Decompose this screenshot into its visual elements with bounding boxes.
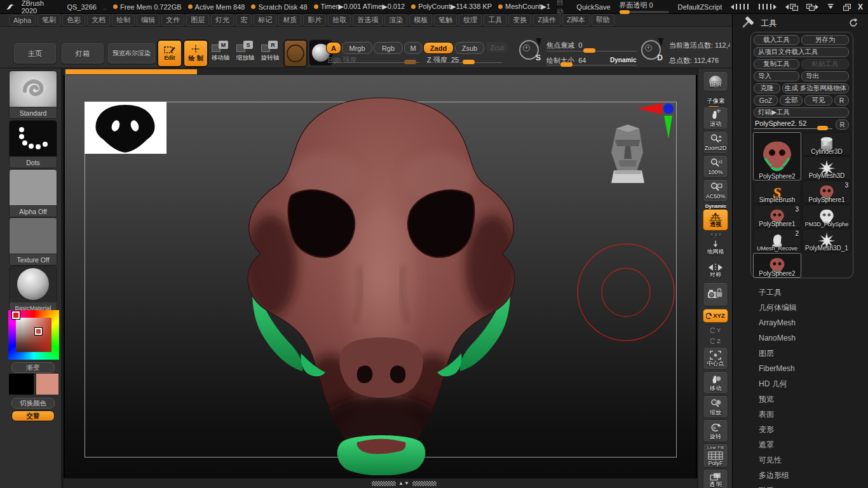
lock-camera-button[interactable] — [703, 282, 728, 306]
menu-color[interactable]: 色彩 — [62, 14, 85, 26]
section-layers[interactable]: 图层 — [759, 346, 867, 361]
menu-edit[interactable]: 编辑 — [137, 14, 159, 26]
menu-light[interactable]: 灯光 — [211, 14, 234, 26]
zoom2d-button[interactable]: Zoom2D — [703, 131, 728, 154]
menu-document[interactable]: 文档 — [87, 14, 110, 26]
section-nanomesh[interactable]: NanoMesh — [759, 330, 867, 346]
move-axis-button[interactable]: M 移动轴 — [212, 41, 228, 62]
actual-size-button[interactable]: x1 100% — [703, 155, 728, 178]
goz-r-button[interactable]: R — [834, 95, 849, 105]
prev-layout-icon[interactable] — [785, 4, 797, 10]
tool-thumb-polysphere2b[interactable]: PolySphere2 — [753, 253, 801, 278]
bpr-render-button[interactable]: BPR — [703, 71, 728, 92]
section-fibermesh[interactable]: FiberMesh — [759, 361, 867, 376]
tool-thumb-pm3d-polysphere[interactable]: PM3D_PolySphe — [803, 205, 851, 228]
section-visibility[interactable]: 可见性 — [759, 452, 867, 468]
goz-button[interactable]: GoZ — [754, 95, 778, 105]
rotate-y-button[interactable]: Y — [703, 325, 728, 335]
rgb-intensity-slider[interactable] — [404, 60, 416, 64]
current-brush-button[interactable] — [283, 39, 308, 67]
main-color-swatch[interactable] — [9, 374, 34, 395]
default-zscript-button[interactable]: DefaultZScript — [678, 3, 722, 11]
scale-canvas-button[interactable]: 缩放 — [703, 395, 728, 418]
camera-head-icon[interactable] — [610, 116, 646, 184]
active-tool-slider[interactable]: PolySphere2. 52 — [754, 119, 834, 130]
menu-transform[interactable]: 变换 — [508, 14, 531, 26]
home-button[interactable]: 主页 — [14, 43, 56, 64]
edit-button[interactable]: Edit — [157, 39, 182, 67]
z-intensity-slider[interactable] — [463, 60, 475, 64]
antialiased-half-button[interactable]: AC50% — [703, 179, 728, 202]
rotate-canvas-button[interactable]: 旋转 — [703, 419, 728, 442]
gradient-button[interactable]: 渐变 — [11, 362, 55, 373]
zsub-toggle[interactable]: Zsub — [455, 42, 484, 54]
menu-zplugin[interactable]: Z插件 — [533, 14, 560, 26]
section-masking[interactable]: 遮罩 — [759, 437, 867, 452]
menu-movie[interactable]: 影片 — [303, 14, 326, 26]
perspective-button[interactable]: 透视 — [703, 209, 728, 231]
menu-draw[interactable]: 绘制 — [112, 14, 135, 26]
section-deformation[interactable]: 变形 — [759, 422, 867, 437]
alternate-button[interactable]: 交替 — [11, 410, 55, 421]
menu-zscript[interactable]: Z脚本 — [562, 14, 590, 26]
zadd-toggle[interactable]: Zadd — [423, 42, 454, 54]
tool-thumb-simplebrush[interactable]: S SimpleBrush — [753, 180, 801, 204]
document-zoom-bar[interactable] — [65, 69, 197, 74]
draw-size-slider[interactable] — [560, 62, 573, 67]
menu-picker[interactable]: 拾取 — [328, 14, 351, 26]
polyframe-button[interactable]: Line Fill PolyF — [703, 444, 728, 468]
tool-thumb-polymesh3d-1[interactable]: PolyMesh3D_1 — [803, 229, 851, 252]
enlarge-ui-icon[interactable] — [758, 4, 776, 10]
scale-axis-button[interactable]: S 缩放轴 — [236, 41, 253, 62]
save-as-button[interactable]: 另存为 — [801, 35, 849, 45]
tool-thumb-polysphere1b[interactable]: PolySphere1 3 — [753, 205, 801, 228]
clone-button[interactable]: 克隆 — [754, 83, 780, 93]
paste-tool-button[interactable]: 粘贴工具 — [801, 59, 849, 69]
make-polymesh-button[interactable]: 生成 多边形网格物体 — [782, 83, 849, 93]
material-selector[interactable]: BasicMaterial — [9, 266, 57, 314]
floor-grid-button[interactable]: 地网格 — [703, 236, 728, 258]
menu-file[interactable]: 文件 — [161, 14, 184, 26]
tool-thumb-polymesh3d[interactable]: PolyMesh3D — [803, 156, 851, 180]
menu-texture[interactable]: 纹理 — [459, 14, 482, 26]
section-polygroups[interactable]: 多边形组 — [759, 468, 867, 483]
menu-tool[interactable]: 工具 — [484, 14, 506, 26]
tool-thumb-cylinder3d[interactable]: Cylinder3D — [803, 132, 851, 156]
sculpt-canvas[interactable]: ▲▼ — [64, 69, 697, 488]
rotate-z-button[interactable]: Z — [703, 336, 728, 346]
frame-center-button[interactable]: 中心点 — [703, 347, 728, 370]
move-canvas-button[interactable]: 移动 — [703, 371, 728, 394]
zcut-toggle[interactable]: Zcut — [485, 42, 508, 53]
section-arraymesh[interactable]: ArrayMesh — [759, 315, 867, 330]
menu-stroke[interactable]: 笔触 — [434, 14, 457, 26]
lightbox-tool-button[interactable]: 灯箱▶工具 — [754, 107, 849, 118]
section-surface[interactable]: 表面 — [759, 407, 867, 422]
stroke-picker-button[interactable]: + S — [519, 38, 543, 62]
symmetry-button[interactable]: 对称 — [703, 261, 728, 281]
switch-colors-button[interactable]: 切换颜色 — [11, 398, 55, 409]
menu-help[interactable]: 帮助 — [592, 14, 614, 26]
alpha-selector[interactable]: Alpha Off — [9, 169, 57, 217]
material-a-toggle[interactable]: A — [326, 42, 341, 54]
tool-slider-r-button[interactable]: R — [836, 119, 849, 130]
lightbox-button[interactable]: 灯箱 — [62, 43, 104, 64]
secondary-color-swatch[interactable] — [36, 374, 58, 395]
mrgb-toggle[interactable]: Mrgb — [342, 42, 372, 54]
preview-bpr-button[interactable]: 预览布尔渲染 — [108, 43, 155, 64]
refresh-icon[interactable] — [848, 18, 858, 28]
section-preview[interactable]: 预览 — [759, 391, 867, 407]
next-layout-icon[interactable] — [806, 4, 818, 10]
section-hd-geometry[interactable]: HD 几何 — [759, 376, 867, 391]
tray-handle[interactable]: ▲▼ — [372, 480, 448, 486]
section-contact[interactable]: 联系 — [759, 483, 867, 488]
menu-marker[interactable]: 标记 — [254, 14, 276, 26]
import-button[interactable]: 导入 — [754, 71, 799, 81]
section-subtool[interactable]: 子工具 — [759, 285, 867, 300]
stroke-selector[interactable]: Dots — [9, 120, 57, 168]
scroll-button[interactable]: 滚动 — [703, 107, 728, 130]
color-picker-field[interactable] — [16, 318, 51, 352]
draw-button[interactable]: 绘 制 — [183, 39, 208, 67]
ui-transparency-slider[interactable]: 界面透明 0 — [620, 1, 669, 13]
copy-tool-button[interactable]: 复制工具 — [754, 59, 799, 69]
menu-macro[interactable]: 宏 — [236, 14, 252, 26]
